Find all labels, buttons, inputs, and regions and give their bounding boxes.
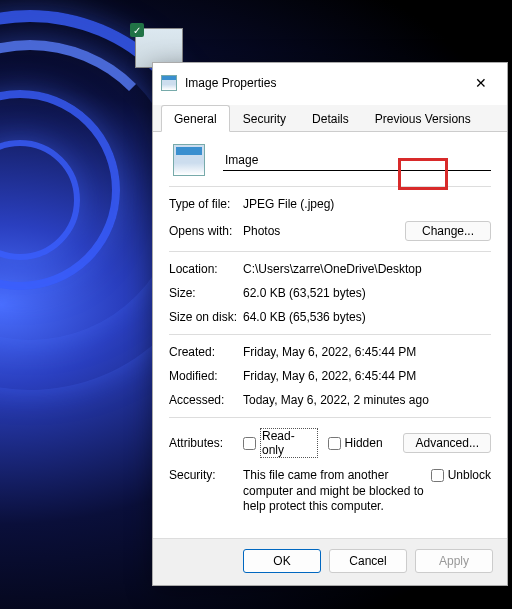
change-button[interactable]: Change... (405, 221, 491, 241)
file-name-input[interactable] (223, 150, 491, 171)
dialog-button-bar: OK Cancel Apply (153, 538, 507, 585)
tab-details[interactable]: Details (299, 105, 362, 132)
size-value: 62.0 KB (63,521 bytes) (243, 286, 491, 300)
advanced-button[interactable]: Advanced... (403, 433, 491, 453)
unblock-label: Unblock (448, 468, 491, 482)
accessed-label: Accessed: (169, 393, 243, 407)
security-label: Security: (169, 468, 243, 482)
opens-with-label: Opens with: (169, 224, 243, 238)
size-label: Size: (169, 286, 243, 300)
attributes-label: Attributes: (169, 436, 243, 450)
modified-value: Friday, May 6, 2022, 6:45:44 PM (243, 369, 491, 383)
location-label: Location: (169, 262, 243, 276)
tab-previous-versions[interactable]: Previous Versions (362, 105, 484, 132)
tabs: General Security Details Previous Versio… (153, 105, 507, 132)
close-icon[interactable]: ✕ (463, 71, 499, 95)
security-text: This file came from another computer and… (243, 468, 431, 515)
file-type-icon (173, 144, 205, 176)
hidden-checkbox[interactable]: Hidden (328, 436, 383, 450)
readonly-label: Read-only (260, 428, 318, 458)
unblock-checkbox[interactable]: Unblock (431, 468, 491, 482)
tab-general[interactable]: General (161, 105, 230, 132)
ok-button[interactable]: OK (243, 549, 321, 573)
size-on-disk-label: Size on disk: (169, 310, 243, 324)
hidden-label: Hidden (345, 436, 383, 450)
titlebar: Image Properties ✕ (153, 63, 507, 105)
tab-content-general: Type of file: JPEG File (.jpeg) Opens wi… (153, 132, 507, 538)
modified-label: Modified: (169, 369, 243, 383)
opens-with-value: Photos (243, 224, 405, 238)
type-of-file-label: Type of file: (169, 197, 243, 211)
cancel-button[interactable]: Cancel (329, 549, 407, 573)
location-value: C:\Users\zarre\OneDrive\Desktop (243, 262, 491, 276)
type-of-file-value: JPEG File (.jpeg) (243, 197, 491, 211)
created-label: Created: (169, 345, 243, 359)
title-icon (161, 75, 177, 91)
accessed-value: Today, May 6, 2022, 2 minutes ago (243, 393, 491, 407)
tab-security[interactable]: Security (230, 105, 299, 132)
properties-dialog: Image Properties ✕ General Security Deta… (152, 62, 508, 586)
dialog-title: Image Properties (185, 76, 455, 90)
created-value: Friday, May 6, 2022, 6:45:44 PM (243, 345, 491, 359)
readonly-checkbox[interactable]: Read-only (243, 428, 318, 458)
apply-button[interactable]: Apply (415, 549, 493, 573)
size-on-disk-value: 64.0 KB (65,536 bytes) (243, 310, 491, 324)
